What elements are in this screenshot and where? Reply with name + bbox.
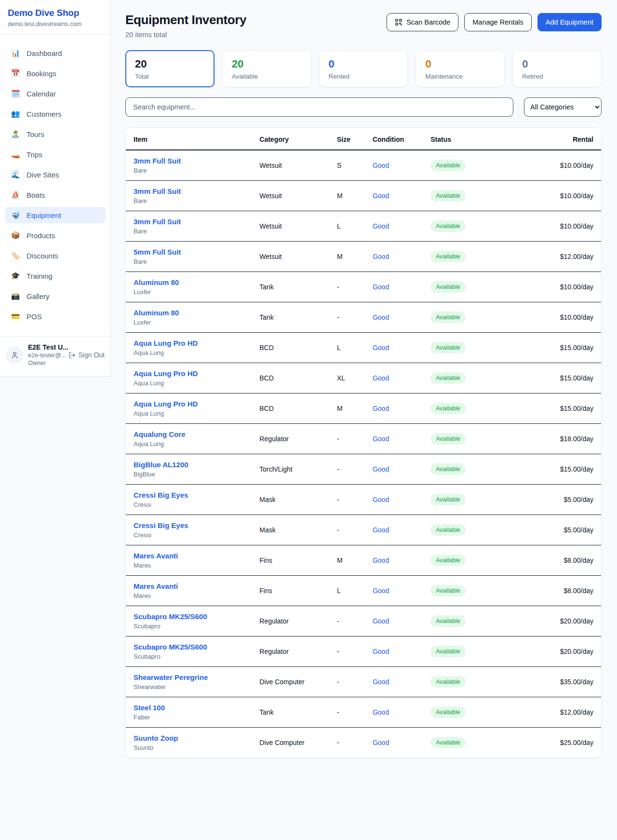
condition-link[interactable]: Good [373, 617, 389, 625]
item-cell: Steel 100Faber [126, 697, 252, 728]
item-name-link[interactable]: Mares Avanti [134, 552, 244, 560]
item-name-link[interactable]: Cressi Big Eyes [134, 521, 244, 529]
category-cell: Regulator [252, 424, 329, 454]
item-name-link[interactable]: Aqualung Core [134, 430, 244, 438]
scan-barcode-button[interactable]: Scan Barcode [387, 13, 458, 31]
item-name-link[interactable]: Cressi Big Eyes [134, 491, 244, 499]
page-title: Equipment Inventory [125, 13, 246, 27]
item-brand: Bare [134, 197, 244, 204]
sidebar-item-boats[interactable]: ⛵Boats [5, 187, 106, 203]
sidebar-item-dashboard[interactable]: 📊Dashboard [5, 45, 106, 61]
item-name-link[interactable]: Aqua Lung Pro HD [134, 369, 244, 378]
status-cell: Available [423, 485, 506, 515]
item-brand: Suunto [134, 744, 244, 751]
table-row: BigBlue AL1200BigBlueTorch/Light-GoodAva… [126, 454, 601, 485]
item-name-link[interactable]: Suunto Zoop [134, 734, 244, 742]
item-name-link[interactable]: 3mm Full Suit [134, 217, 244, 226]
stat-card-available[interactable]: 20Available [222, 50, 311, 87]
condition-link[interactable]: Good [373, 344, 389, 352]
item-cell: 3mm Full SuitBare [126, 150, 252, 181]
condition-link[interactable]: Good [373, 374, 389, 382]
condition-link[interactable]: Good [373, 556, 389, 564]
condition-link[interactable]: Good [373, 405, 389, 412]
item-name-link[interactable]: 3mm Full Suit [134, 157, 244, 165]
condition-link[interactable]: Good [373, 587, 389, 595]
condition-link[interactable]: Good [373, 648, 389, 655]
sidebar-item-products[interactable]: 📦Products [5, 227, 106, 244]
column-header-size: Size [329, 128, 365, 150]
condition-link[interactable]: Good [373, 496, 389, 503]
condition-link[interactable]: Good [373, 313, 389, 321]
table-row: Cressi Big EyesCressiMask-GoodAvailable$… [126, 515, 601, 545]
status-cell: Available [423, 333, 506, 363]
size-cell: - [329, 454, 365, 485]
condition-link[interactable]: Good [373, 526, 389, 534]
rental-cell: $8.00/day [506, 545, 601, 576]
size-cell: M [329, 393, 365, 424]
item-name-link[interactable]: Scubapro MK25/S600 [134, 643, 244, 651]
condition-link[interactable]: Good [373, 678, 389, 686]
header-buttons: Scan Barcode Manage Rentals Add Equipmen… [387, 13, 602, 31]
sidebar-item-customers[interactable]: 👥Customers [5, 106, 106, 122]
item-name-link[interactable]: Steel 100 [134, 704, 244, 712]
condition-link[interactable]: Good [373, 435, 389, 443]
sidebar-item-training[interactable]: 🎓Training [5, 268, 106, 284]
item-name-link[interactable]: Aqua Lung Pro HD [134, 339, 244, 347]
stat-card-maintenance[interactable]: 0Maintenance [416, 50, 505, 87]
status-cell: Available [423, 667, 506, 697]
sidebar-item-pos[interactable]: 💳POS [5, 308, 106, 325]
condition-link[interactable]: Good [373, 162, 389, 169]
equipment-table-card: ItemCategorySizeConditionStatusRental 3m… [125, 127, 602, 758]
item-name-link[interactable]: Shearwater Peregrine [134, 673, 244, 681]
stat-card-total[interactable]: 20Total [125, 50, 215, 87]
equipment-table: ItemCategorySizeConditionStatusRental 3m… [126, 128, 601, 758]
sidebar-item-dive-sites[interactable]: 🌊Dive Sites [5, 166, 106, 183]
table-row: 5mm Full SuitBareWetsuitMGoodAvailable$1… [126, 242, 601, 272]
status-badge: Available [430, 190, 466, 202]
status-badge: Available [430, 403, 466, 414]
sidebar-item-trips[interactable]: 🚤Trips [5, 146, 106, 163]
item-name-link[interactable]: Aqua Lung Pro HD [134, 400, 244, 408]
condition-link[interactable]: Good [373, 253, 389, 260]
manage-rentals-button[interactable]: Manage Rentals [464, 13, 532, 31]
sidebar-item-bookings[interactable]: 📅Bookings [5, 65, 106, 81]
page-header: Equipment Inventory 20 items total Scan … [125, 13, 602, 39]
sidebar-item-discounts[interactable]: 🏷️Discounts [5, 247, 106, 264]
rental-cell: $10.00/day [506, 302, 601, 333]
status-badge: Available [430, 433, 466, 445]
status-cell: Available [423, 606, 506, 637]
brand-name[interactable]: Demo Dive Shop [8, 8, 103, 18]
status-cell: Available [423, 728, 506, 758]
column-header-item: Item [126, 128, 252, 150]
item-name-link[interactable]: 5mm Full Suit [134, 248, 244, 256]
status-cell: Available [423, 302, 506, 333]
item-name-link[interactable]: Mares Avanti [134, 582, 244, 590]
condition-link[interactable]: Good [373, 222, 389, 230]
item-name-link[interactable]: Scubapro MK25/S600 [134, 612, 244, 621]
category-select[interactable]: All Categories [524, 97, 602, 117]
condition-link[interactable]: Good [373, 739, 389, 746]
dive-sites-icon: 🌊 [11, 170, 20, 179]
stat-card-rented[interactable]: 0Rented [319, 50, 408, 87]
item-cell: Suunto ZoopSuunto [126, 728, 252, 758]
sidebar-item-equipment[interactable]: 🤿Equipment [5, 207, 106, 223]
item-name-link[interactable]: 3mm Full Suit [134, 187, 244, 195]
items-total-count: 20 items total [125, 31, 246, 39]
condition-link[interactable]: Good [373, 708, 389, 716]
condition-link[interactable]: Good [373, 465, 389, 473]
stat-card-retired[interactable]: 0Retired [512, 50, 602, 87]
trips-icon: 🚤 [11, 150, 20, 159]
condition-link[interactable]: Good [373, 283, 389, 291]
search-input[interactable] [125, 97, 513, 117]
sidebar-item-gallery[interactable]: 📸Gallery [5, 288, 106, 304]
item-cell: Mares AvantiMares [126, 545, 252, 576]
item-cell: Scubapro MK25/S600Scubapro [126, 606, 252, 637]
item-name-link[interactable]: Aluminum 80 [134, 278, 244, 286]
add-equipment-button[interactable]: Add Equipment [537, 13, 602, 31]
item-name-link[interactable]: BigBlue AL1200 [134, 461, 244, 469]
sidebar-item-tours[interactable]: 🏝️Tours [5, 126, 106, 142]
item-name-link[interactable]: Aluminum 80 [134, 309, 244, 317]
condition-link[interactable]: Good [373, 192, 389, 200]
sidebar-item-calendar[interactable]: 🗓️Calendar [5, 85, 106, 102]
sign-out-button[interactable]: Sign Out [68, 351, 105, 359]
